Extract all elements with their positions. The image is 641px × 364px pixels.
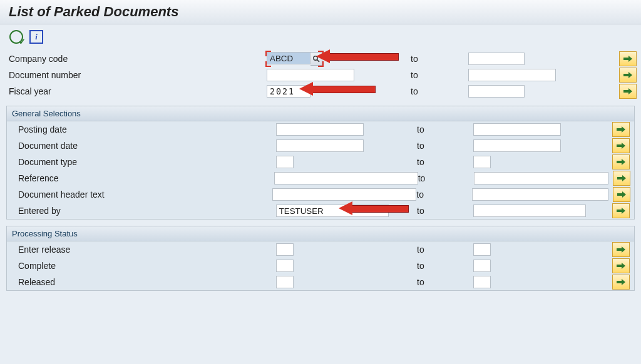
arrow-right-icon <box>617 263 625 269</box>
row-reference: Reference to <box>7 170 634 186</box>
svg-line-1 <box>317 60 320 63</box>
multiple-selection-button[interactable] <box>612 154 630 169</box>
row-posting-date: Posting date to <box>7 121 634 138</box>
multiple-selection-button[interactable] <box>612 258 630 273</box>
annotation-arrow <box>312 86 376 93</box>
row-released: Released to <box>7 274 634 290</box>
toolbar: i <box>0 24 641 49</box>
to-label: to <box>417 277 473 287</box>
document-type-to-input[interactable] <box>473 156 491 168</box>
multiple-selection-button[interactable] <box>612 275 630 290</box>
row-fiscal-year: Fiscal year to <box>0 83 641 99</box>
document-number-to-input[interactable] <box>468 69 556 81</box>
enter-release-to-input[interactable] <box>473 243 491 256</box>
group-general-selections: General Selections Posting date to Docum… <box>6 106 635 220</box>
released-to-input[interactable] <box>473 276 491 288</box>
label-fiscal-year: Fiscal year <box>9 86 267 96</box>
arrow-right-icon <box>617 208 625 214</box>
label-enter-release: Enter release <box>9 245 276 255</box>
posting-date-from-input[interactable] <box>276 123 364 136</box>
label-document-date: Document date <box>9 141 276 151</box>
page-title: List of Parked Documents <box>9 4 632 20</box>
row-entered-by: Entered by to <box>7 203 634 219</box>
svg-point-0 <box>314 56 317 60</box>
title-bar: List of Parked Documents <box>0 0 641 24</box>
company-code-to-input[interactable] <box>468 53 525 65</box>
complete-from-input[interactable] <box>276 260 294 272</box>
released-from-input[interactable] <box>276 276 294 288</box>
document-date-from-input[interactable] <box>276 139 364 152</box>
to-label: to <box>417 245 473 255</box>
label-header-text: Document header text <box>9 190 272 200</box>
label-reference: Reference <box>9 173 274 183</box>
focus-indicator <box>267 52 322 66</box>
to-label: to <box>416 190 472 200</box>
label-entered-by: Entered by <box>9 206 276 216</box>
multiple-selection-button[interactable] <box>613 171 630 186</box>
arrow-right-icon <box>617 175 626 181</box>
multiple-selection-button[interactable] <box>619 68 637 83</box>
reference-to-input[interactable] <box>474 172 608 185</box>
multiple-selection-button[interactable] <box>612 242 630 257</box>
fiscal-year-to-input[interactable] <box>468 85 525 98</box>
row-company-code: Company code to <box>0 51 641 67</box>
enter-release-from-input[interactable] <box>276 243 294 256</box>
row-enter-release: Enter release to <box>7 241 634 258</box>
to-label: to <box>417 141 473 151</box>
to-label: to <box>417 206 473 216</box>
entered-by-to-input[interactable] <box>473 205 586 217</box>
document-number-from-input[interactable] <box>267 69 354 81</box>
arrow-right-icon <box>617 159 625 165</box>
header-text-from-input[interactable] <box>272 188 416 201</box>
multiple-selection-button[interactable] <box>612 138 630 153</box>
header-text-to-input[interactable] <box>472 188 608 201</box>
row-complete: Complete to <box>7 258 634 274</box>
multiple-selection-button[interactable] <box>612 203 630 218</box>
arrow-right-icon <box>623 56 632 62</box>
entered-by-from-input[interactable] <box>276 205 389 217</box>
info-icon: i <box>29 30 43 44</box>
multiple-selection-button[interactable] <box>612 122 630 137</box>
label-posting-date: Posting date <box>9 124 276 134</box>
fiscal-year-from-input[interactable] <box>267 85 310 98</box>
clock-check-icon <box>9 30 23 44</box>
company-code-from-input[interactable] <box>267 52 310 64</box>
label-released: Released <box>9 277 276 287</box>
info-button[interactable]: i <box>29 29 44 44</box>
execute-button[interactable] <box>9 29 24 44</box>
arrow-right-icon <box>623 72 632 78</box>
arrow-right-icon <box>617 279 625 285</box>
row-header-text: Document header text to <box>7 186 634 203</box>
arrow-right-icon <box>617 246 625 253</box>
label-document-number: Document number <box>9 70 267 80</box>
document-type-from-input[interactable] <box>276 156 294 168</box>
annotation-arrow <box>329 53 399 61</box>
row-document-type: Document type to <box>7 154 634 170</box>
arrow-right-icon <box>617 126 625 133</box>
arrow-right-icon <box>623 88 632 94</box>
document-date-to-input[interactable] <box>473 139 561 152</box>
reference-from-input[interactable] <box>274 172 418 185</box>
multiple-selection-button[interactable] <box>613 187 630 202</box>
to-label: to <box>418 173 474 183</box>
group-title-status: Processing Status <box>7 226 634 241</box>
multiple-selection-button[interactable] <box>619 84 637 99</box>
to-label: to <box>417 157 473 167</box>
arrow-right-icon <box>617 191 626 198</box>
row-document-number: Document number to <box>0 67 641 83</box>
label-company-code: Company code <box>9 54 267 64</box>
to-label: to <box>411 86 468 96</box>
label-complete: Complete <box>9 261 276 271</box>
to-label: to <box>417 261 473 271</box>
label-document-type: Document type <box>9 157 276 167</box>
row-document-date: Document date to <box>7 138 634 154</box>
to-label: to <box>417 124 473 134</box>
to-label: to <box>411 54 468 64</box>
group-processing-status: Processing Status Enter release to Compl… <box>6 226 635 291</box>
to-label: to <box>411 70 468 80</box>
complete-to-input[interactable] <box>473 260 491 272</box>
group-title-general: General Selections <box>7 106 634 121</box>
posting-date-to-input[interactable] <box>473 123 561 136</box>
arrow-right-icon <box>617 143 625 149</box>
multiple-selection-button[interactable] <box>619 51 637 66</box>
